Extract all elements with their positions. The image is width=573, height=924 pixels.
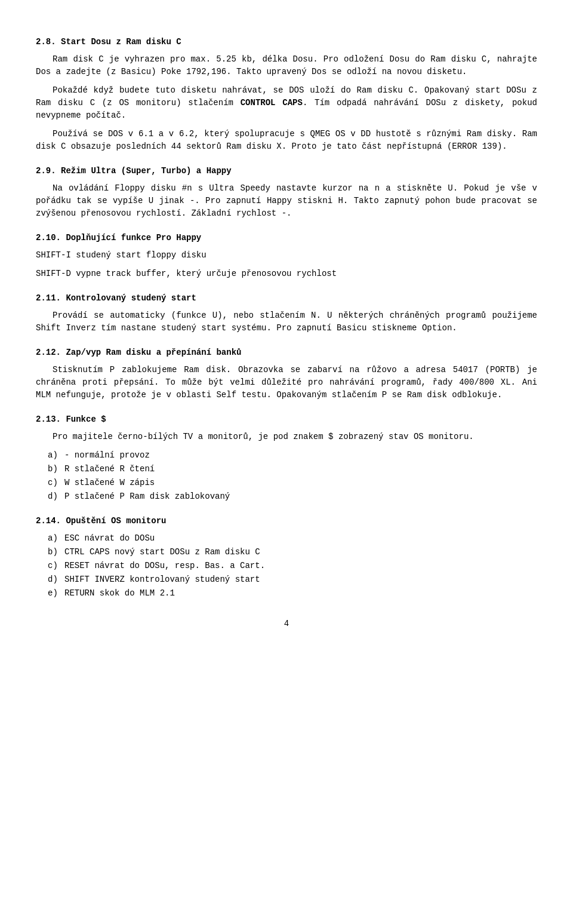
section-2-13: 2.13. Funkce $ Pro majitele černo-bílých… <box>36 413 537 503</box>
list-label-2-14-b: b) <box>48 546 60 558</box>
section-2-12: 2.12. Zap/vyp Ram disku a přepínání bank… <box>36 346 537 401</box>
list-text-c: W stlačené W zápis <box>64 477 155 489</box>
list-text-2-14-c: RESET návrat do DOSu, resp. Bas. a Cart. <box>64 560 265 572</box>
list-label-a: a) <box>48 449 60 462</box>
para-2-12-1: Stisknutím P zablokujeme Ram disk. Obraz… <box>36 364 537 401</box>
heading-2-12: 2.12. Zap/vyp Ram disku a přepínání bank… <box>36 346 537 359</box>
list-label-2-14-e: e) <box>48 587 60 600</box>
list-label-d: d) <box>48 490 60 503</box>
para-2-11-1: Provádí se automaticky (funkce U), nebo … <box>36 309 537 334</box>
section-2-14: 2.14. Opuštění OS monitoru a) ESC návrat… <box>36 515 537 600</box>
section-2-11: 2.11. Kontrolovaný studený start Provádí… <box>36 292 537 334</box>
list-text-2-14-b: CTRL CAPS nový start DOSu z Ram disku C <box>64 546 260 558</box>
list-text-b: R stlačené R čtení <box>64 463 155 475</box>
line-2-10-2: SHIFT-D vypne track buffer, který určuje… <box>36 268 537 280</box>
list-label-2-14-a: a) <box>48 532 60 545</box>
list-text-d: P stlačené P Ram disk zablokovaný <box>64 490 230 503</box>
list-item-2-14-e: e) RETURN skok do MLM 2.1 <box>48 587 537 600</box>
heading-2-11: 2.11. Kontrolovaný studený start <box>36 292 537 305</box>
para-2-13-intro: Pro majitele černo-bílých TV a monitorů,… <box>36 431 537 443</box>
heading-2-10: 2.10. Doplňující funkce Pro Happy <box>36 232 537 244</box>
list-item-2-14-d: d) SHIFT INVERZ kontrolovaný studený sta… <box>48 573 537 586</box>
list-label-c: c) <box>48 477 60 489</box>
heading-2-14: 2.14. Opuštění OS monitoru <box>36 515 537 527</box>
heading-2-9: 2.9. Režim Ultra (Super, Turbo) a Happy <box>36 165 537 177</box>
heading-2-13: 2.13. Funkce $ <box>36 413 537 426</box>
section-2-10: 2.10. Doplňující funkce Pro Happy SHIFT-… <box>36 232 537 280</box>
list-item-2-13-c: c) W stlačené W zápis <box>48 477 537 489</box>
list-text-2-14-a: ESC návrat do DOSu <box>64 532 155 545</box>
page-content: 2.8. Start Dosu z Ram disku C Ram disk C… <box>36 36 537 630</box>
list-label-b: b) <box>48 463 60 475</box>
list-text-2-14-d: SHIFT INVERZ kontrolovaný studený start <box>64 573 260 586</box>
list-item-2-13-d: d) P stlačené P Ram disk zablokovaný <box>48 490 537 503</box>
line-2-10-1: SHIFT-I studený start floppy disku <box>36 249 537 262</box>
list-item-2-13-a: a) - normální provoz <box>48 449 537 462</box>
list-item-2-14-b: b) CTRL CAPS nový start DOSu z Ram disku… <box>48 546 537 558</box>
list-item-2-14-c: c) RESET návrat do DOSu, resp. Bas. a Ca… <box>48 560 537 572</box>
para-2-9-1: Na ovládání Floppy disku #n s Ultra Spee… <box>36 182 537 220</box>
heading-2-8: 2.8. Start Dosu z Ram disku C <box>36 36 537 48</box>
list-label-2-14-c: c) <box>48 560 60 572</box>
section-2-8: 2.8. Start Dosu z Ram disku C Ram disk C… <box>36 36 537 153</box>
list-item-2-14-a: a) ESC návrat do DOSu <box>48 532 537 545</box>
para-2-8-2: Pokaždé když budete tuto disketu nahráva… <box>36 84 537 122</box>
list-label-2-14-d: d) <box>48 573 60 586</box>
para-2-8-3: Používá se DOS v 6.1 a v 6.2, který spol… <box>36 128 537 153</box>
list-text-a: - normální provoz <box>64 449 150 462</box>
list-item-2-13-b: b) R stlačené R čtení <box>48 463 537 475</box>
page-number: 4 <box>36 618 537 630</box>
section-2-9: 2.9. Režim Ultra (Super, Turbo) a Happy … <box>36 165 537 220</box>
para-2-8-1: Ram disk C je vyhrazen pro max. 5.25 kb,… <box>36 53 537 78</box>
list-text-2-14-e: RETURN skok do MLM 2.1 <box>64 587 175 600</box>
